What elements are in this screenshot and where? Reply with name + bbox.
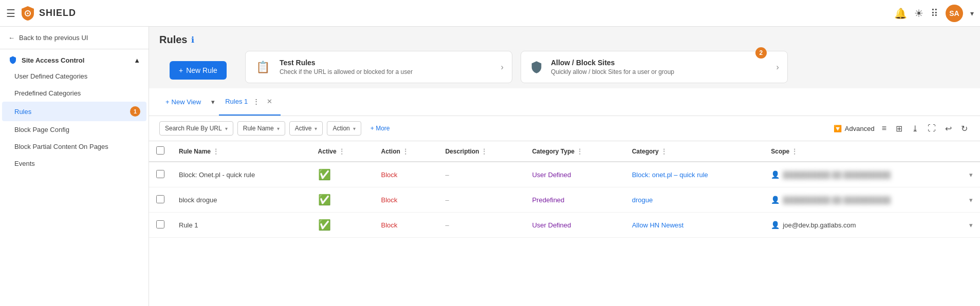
select-all-header — [149, 141, 172, 162]
action-filter[interactable]: Action ▾ — [327, 121, 361, 136]
fullscreen-button[interactable]: ⛶ — [926, 122, 938, 135]
back-button[interactable]: ← Back to the previous UI — [0, 27, 149, 49]
sidebar-item-block-page-config[interactable]: Block Page Config — [0, 121, 149, 138]
active-check-icon: ✅ — [318, 194, 331, 205]
col-scope-menu-icon[interactable]: ⋮ — [791, 148, 798, 155]
row-action: Block — [374, 213, 438, 238]
col-description-label: Description — [445, 148, 479, 155]
table-body: Block: Onet.pl - quick rule ✅ Block – Us… — [149, 162, 980, 238]
theme-icon[interactable]: ☀ — [914, 7, 923, 20]
more-filters-button[interactable]: + More — [365, 122, 395, 135]
action-value: Block — [381, 171, 397, 179]
col-scope-label: Scope — [771, 148, 789, 155]
sidebar-item-rules[interactable]: Rules 1 — [2, 102, 146, 121]
test-rules-subtitle: Check if the URL is allowed or blocked f… — [280, 68, 413, 75]
select-all-checkbox[interactable] — [156, 146, 164, 155]
settings-columns-button[interactable]: ≡ — [880, 122, 889, 135]
undo-button[interactable]: ↩ — [943, 122, 954, 136]
back-arrow-icon: ← — [8, 34, 15, 42]
col-action-menu-icon[interactable]: ⋮ — [402, 148, 409, 155]
col-category-menu-icon[interactable]: ⋮ — [661, 148, 667, 155]
filter-chevron-icon: ▾ — [225, 126, 228, 131]
row-scope: 👤 ██████████ ██ ██████████ ▾ — [764, 162, 980, 187]
scope-dropdown-icon[interactable]: ▾ — [969, 221, 973, 229]
scope-dropdown-icon[interactable]: ▾ — [969, 171, 973, 179]
scope-dropdown-icon[interactable]: ▾ — [969, 196, 973, 204]
description-value: – — [445, 196, 449, 204]
sidebar-item-predefined-categories[interactable]: Predefined Categories — [0, 85, 149, 102]
sidebar-item-block-partial[interactable]: Block Partial Content On Pages — [0, 138, 149, 155]
hamburger-icon[interactable]: ☰ — [6, 7, 15, 20]
sidebar-item-label: Rules — [14, 108, 31, 116]
allow-block-chevron-icon: › — [776, 63, 779, 72]
new-rule-button[interactable]: + New Rule — [170, 61, 227, 80]
row-active: ✅ — [311, 213, 374, 238]
allow-block-badge: 2 — [755, 47, 767, 59]
sidebar: ← Back to the previous UI Site Access Co… — [0, 27, 149, 306]
avatar[interactable]: SA — [946, 5, 963, 22]
category-link[interactable]: Block: onet.pl – quick rule — [632, 171, 708, 179]
refresh-button[interactable]: ↻ — [959, 122, 970, 136]
action-value: Block — [381, 196, 397, 204]
nav-right: 🔔 ☀ ⠿ SA ▾ — [894, 5, 974, 22]
advanced-button[interactable]: 🔽 Advanced — [834, 125, 875, 132]
sidebar-item-label: Block Partial Content On Pages — [14, 143, 108, 150]
filter-label: Search Rule By URL — [165, 125, 222, 132]
action-value: Block — [381, 221, 397, 229]
description-value: – — [445, 221, 449, 229]
test-rules-title: Test Rules — [280, 59, 413, 67]
row-checkbox[interactable] — [156, 170, 164, 178]
col-category-label: Category — [632, 148, 659, 155]
advanced-filter-icon: 🔽 — [834, 125, 842, 132]
scope-value: joe@dev.bp.gatlabs.com — [783, 221, 856, 229]
tab-more-button[interactable]: ⋮ — [251, 93, 262, 109]
allow-block-subtitle: Quickly allow / block Sites for a user o… — [551, 68, 674, 75]
sidebar-item-label: Block Page Config — [14, 126, 69, 133]
new-view-button[interactable]: + New View — [159, 93, 207, 111]
col-active-menu-icon[interactable]: ⋮ — [339, 148, 345, 155]
search-rule-by-url-filter[interactable]: Search Rule By URL ▾ — [159, 121, 233, 136]
row-category: drogue — [625, 187, 764, 213]
sidebar-collapse-icon[interactable]: ▲ — [134, 56, 140, 64]
rule-name-filter[interactable]: Rule Name ▾ — [237, 121, 285, 136]
sidebar-item-events[interactable]: Events — [0, 155, 149, 172]
sidebar-item-user-defined-categories[interactable]: User Defined Categories — [0, 68, 149, 85]
row-checkbox[interactable] — [156, 195, 164, 203]
row-active: ✅ — [311, 187, 374, 213]
row-checkbox[interactable] — [156, 220, 164, 228]
tab-dropdown-button[interactable]: ▾ — [209, 94, 217, 110]
col-category: Category ⋮ — [625, 141, 764, 162]
info-icon[interactable]: ℹ — [191, 35, 194, 45]
download-button[interactable]: ⤓ — [910, 122, 920, 136]
shield-section-icon — [8, 55, 17, 65]
test-rules-card[interactable]: 📋 Test Rules Check if the URL is allowed… — [245, 51, 512, 83]
apps-icon[interactable]: ⠿ — [931, 7, 938, 20]
app-name: SHIELD — [39, 8, 76, 18]
col-rule-name-menu-icon[interactable]: ⋮ — [213, 148, 219, 155]
tab-rules-1[interactable]: Rules 1 ⋮ ✕ — [219, 88, 281, 116]
avatar-chevron-icon[interactable]: ▾ — [970, 9, 974, 17]
row-category-type: User Defined — [525, 162, 624, 187]
active-filter[interactable]: Active ▾ — [289, 121, 323, 136]
scope-value: ██████████ ██ ██████████ — [783, 171, 891, 179]
row-rule-name: Rule 1 — [172, 213, 311, 238]
tab-bar: + New View ▾ Rules 1 ⋮ ✕ — [149, 88, 980, 116]
description-value: – — [445, 171, 449, 179]
svg-point-1 — [27, 12, 29, 14]
row-description: – — [438, 162, 525, 187]
main-layout: ← Back to the previous UI Site Access Co… — [0, 27, 980, 306]
col-category-type-menu-icon[interactable]: ⋮ — [577, 148, 583, 155]
page-header: Rules ℹ — [149, 27, 980, 46]
rules-table-container: Rule Name ⋮ Active ⋮ Act — [149, 141, 980, 306]
notification-icon[interactable]: 🔔 — [894, 7, 907, 20]
scope-user-icon: 👤 — [771, 221, 780, 229]
page-title: Rules — [159, 34, 187, 46]
rules-table: Rule Name ⋮ Active ⋮ Act — [149, 141, 980, 238]
grid-view-button[interactable]: ⊞ — [894, 122, 904, 136]
category-link[interactable]: Allow HN Newest — [632, 221, 683, 229]
table-row: Rule 1 ✅ Block – User Defined Allow HN N… — [149, 213, 980, 238]
tab-close-button[interactable]: ✕ — [265, 95, 274, 107]
category-link[interactable]: drogue — [632, 196, 653, 204]
col-description-menu-icon[interactable]: ⋮ — [481, 148, 487, 155]
allow-block-sites-card[interactable]: 2 Allow / Block Sites Quickly allow / bl… — [521, 51, 788, 83]
